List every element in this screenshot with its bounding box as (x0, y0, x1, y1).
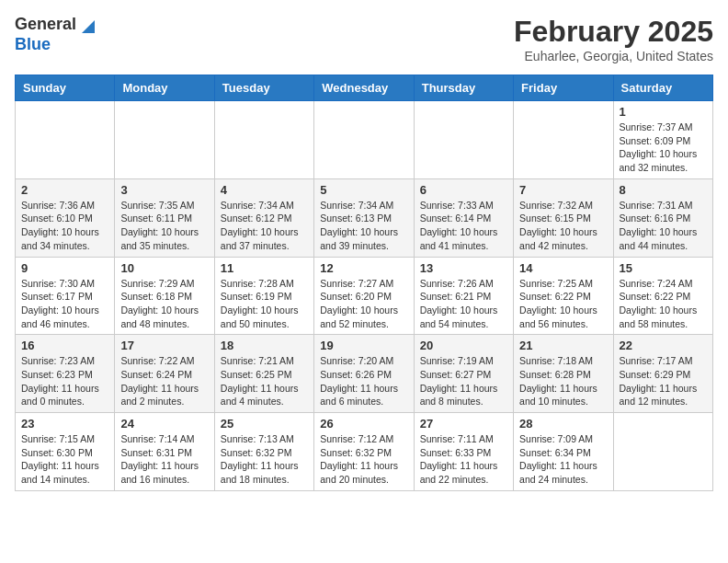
day-header-saturday: Saturday (613, 75, 712, 101)
day-number: 17 (120, 339, 208, 352)
calendar-cell: 11Sunrise: 7:28 AM Sunset: 6:19 PM Dayli… (214, 257, 313, 335)
logo: General Blue (15, 15, 95, 54)
calendar-cell: 14Sunrise: 7:25 AM Sunset: 6:22 PM Dayli… (514, 257, 613, 335)
calendar-cell: 3Sunrise: 7:35 AM Sunset: 6:11 PM Daylig… (115, 178, 214, 257)
day-number: 24 (120, 417, 208, 431)
day-number: 23 (21, 417, 108, 431)
calendar-table: SundayMondayTuesdayWednesdayThursdayFrid… (15, 75, 713, 491)
logo-general-text: General (15, 15, 76, 35)
day-info: Sunrise: 7:36 AM Sunset: 6:10 PM Dayligh… (21, 199, 108, 253)
day-number: 20 (420, 339, 507, 352)
calendar-cell: 23Sunrise: 7:15 AM Sunset: 6:30 PM Dayli… (16, 413, 115, 491)
day-number: 26 (320, 417, 407, 431)
day-number: 19 (320, 339, 407, 352)
calendar-cell: 19Sunrise: 7:20 AM Sunset: 6:26 PM Dayli… (314, 335, 414, 413)
day-number: 13 (420, 261, 507, 275)
calendar-cell: 17Sunrise: 7:22 AM Sunset: 6:24 PM Dayli… (115, 335, 214, 413)
day-info: Sunrise: 7:35 AM Sunset: 6:11 PM Dayligh… (120, 199, 208, 253)
day-info: Sunrise: 7:22 AM Sunset: 6:24 PM Dayligh… (120, 354, 208, 408)
day-info: Sunrise: 7:31 AM Sunset: 6:16 PM Dayligh… (620, 199, 707, 253)
day-number: 4 (221, 183, 308, 197)
day-number: 22 (620, 339, 707, 352)
calendar-cell (16, 101, 115, 179)
month-title: February 2025 (514, 15, 713, 49)
day-number: 25 (221, 417, 308, 431)
day-info: Sunrise: 7:32 AM Sunset: 6:15 PM Dayligh… (519, 199, 607, 253)
day-header-monday: Monday (115, 75, 214, 101)
calendar-cell (314, 101, 414, 179)
calendar-week-row: 1Sunrise: 7:37 AM Sunset: 6:09 PM Daylig… (16, 101, 713, 179)
calendar-cell: 28Sunrise: 7:09 AM Sunset: 6:34 PM Dayli… (514, 413, 613, 491)
calendar-cell: 16Sunrise: 7:23 AM Sunset: 6:23 PM Dayli… (16, 335, 115, 413)
calendar-cell: 5Sunrise: 7:34 AM Sunset: 6:13 PM Daylig… (314, 178, 414, 257)
calendar-cell: 12Sunrise: 7:27 AM Sunset: 6:20 PM Dayli… (314, 257, 414, 335)
calendar-cell: 4Sunrise: 7:34 AM Sunset: 6:12 PM Daylig… (214, 178, 313, 257)
logo-triangle-icon (78, 17, 95, 33)
calendar-cell: 7Sunrise: 7:32 AM Sunset: 6:15 PM Daylig… (514, 178, 613, 257)
day-header-tuesday: Tuesday (214, 75, 313, 101)
day-number: 14 (519, 261, 607, 275)
day-number: 27 (420, 417, 507, 431)
day-info: Sunrise: 7:24 AM Sunset: 6:22 PM Dayligh… (620, 277, 707, 331)
day-info: Sunrise: 7:28 AM Sunset: 6:19 PM Dayligh… (221, 277, 308, 331)
calendar-cell: 27Sunrise: 7:11 AM Sunset: 6:33 PM Dayli… (414, 413, 513, 491)
calendar-cell: 22Sunrise: 7:17 AM Sunset: 6:29 PM Dayli… (613, 335, 712, 413)
day-number: 9 (21, 261, 108, 275)
day-info: Sunrise: 7:34 AM Sunset: 6:13 PM Dayligh… (320, 199, 407, 253)
calendar-cell: 24Sunrise: 7:14 AM Sunset: 6:31 PM Dayli… (115, 413, 214, 491)
day-info: Sunrise: 7:17 AM Sunset: 6:29 PM Dayligh… (620, 354, 707, 408)
calendar-week-row: 23Sunrise: 7:15 AM Sunset: 6:30 PM Dayli… (16, 413, 713, 491)
day-info: Sunrise: 7:37 AM Sunset: 6:09 PM Dayligh… (620, 121, 707, 175)
calendar-cell (414, 101, 513, 179)
day-number: 1 (620, 105, 707, 119)
calendar-cell: 26Sunrise: 7:12 AM Sunset: 6:32 PM Dayli… (314, 413, 414, 491)
location-text: Euharlee, Georgia, United States (514, 49, 713, 63)
calendar-cell: 1Sunrise: 7:37 AM Sunset: 6:09 PM Daylig… (613, 101, 712, 179)
calendar-cell: 21Sunrise: 7:18 AM Sunset: 6:28 PM Dayli… (514, 335, 613, 413)
day-header-sunday: Sunday (16, 75, 115, 101)
calendar-header-row: SundayMondayTuesdayWednesdayThursdayFrid… (16, 75, 713, 101)
calendar-cell: 25Sunrise: 7:13 AM Sunset: 6:32 PM Dayli… (214, 413, 313, 491)
calendar-cell (613, 413, 712, 491)
calendar-week-row: 16Sunrise: 7:23 AM Sunset: 6:23 PM Dayli… (16, 335, 713, 413)
day-number: 2 (21, 183, 108, 197)
day-number: 8 (620, 183, 707, 197)
day-header-friday: Friday (514, 75, 613, 101)
day-info: Sunrise: 7:13 AM Sunset: 6:32 PM Dayligh… (221, 432, 308, 487)
day-number: 6 (420, 183, 507, 197)
day-info: Sunrise: 7:18 AM Sunset: 6:28 PM Dayligh… (519, 354, 607, 408)
calendar-cell: 15Sunrise: 7:24 AM Sunset: 6:22 PM Dayli… (613, 257, 712, 335)
calendar-cell: 13Sunrise: 7:26 AM Sunset: 6:21 PM Dayli… (414, 257, 513, 335)
day-info: Sunrise: 7:11 AM Sunset: 6:33 PM Dayligh… (420, 432, 507, 487)
day-number: 5 (320, 183, 407, 197)
day-info: Sunrise: 7:26 AM Sunset: 6:21 PM Dayligh… (420, 277, 507, 331)
calendar-cell: 6Sunrise: 7:33 AM Sunset: 6:14 PM Daylig… (414, 178, 513, 257)
calendar-cell: 10Sunrise: 7:29 AM Sunset: 6:18 PM Dayli… (115, 257, 214, 335)
day-info: Sunrise: 7:23 AM Sunset: 6:23 PM Dayligh… (21, 354, 108, 408)
day-info: Sunrise: 7:12 AM Sunset: 6:32 PM Dayligh… (320, 432, 407, 487)
day-number: 12 (320, 261, 407, 275)
day-number: 28 (519, 417, 607, 431)
calendar-cell (115, 101, 214, 179)
day-info: Sunrise: 7:09 AM Sunset: 6:34 PM Dayligh… (519, 432, 607, 487)
day-info: Sunrise: 7:30 AM Sunset: 6:17 PM Dayligh… (21, 277, 108, 331)
calendar-week-row: 9Sunrise: 7:30 AM Sunset: 6:17 PM Daylig… (16, 257, 713, 335)
day-number: 16 (21, 339, 108, 352)
day-info: Sunrise: 7:19 AM Sunset: 6:27 PM Dayligh… (420, 354, 507, 408)
svg-marker-0 (82, 20, 95, 33)
day-info: Sunrise: 7:25 AM Sunset: 6:22 PM Dayligh… (519, 277, 607, 331)
day-number: 7 (519, 183, 607, 197)
day-info: Sunrise: 7:27 AM Sunset: 6:20 PM Dayligh… (320, 277, 407, 331)
calendar-cell: 8Sunrise: 7:31 AM Sunset: 6:16 PM Daylig… (613, 178, 712, 257)
calendar-cell (514, 101, 613, 179)
day-number: 10 (120, 261, 208, 275)
calendar-cell: 9Sunrise: 7:30 AM Sunset: 6:17 PM Daylig… (16, 257, 115, 335)
day-info: Sunrise: 7:14 AM Sunset: 6:31 PM Dayligh… (120, 432, 208, 487)
day-number: 3 (120, 183, 208, 197)
logo-blue-text: Blue (15, 35, 95, 55)
day-info: Sunrise: 7:21 AM Sunset: 6:25 PM Dayligh… (221, 354, 308, 408)
day-number: 11 (221, 261, 308, 275)
page-header: General Blue February 2025 Euharlee, Geo… (15, 15, 713, 63)
day-header-wednesday: Wednesday (314, 75, 414, 101)
day-info: Sunrise: 7:33 AM Sunset: 6:14 PM Dayligh… (420, 199, 507, 253)
